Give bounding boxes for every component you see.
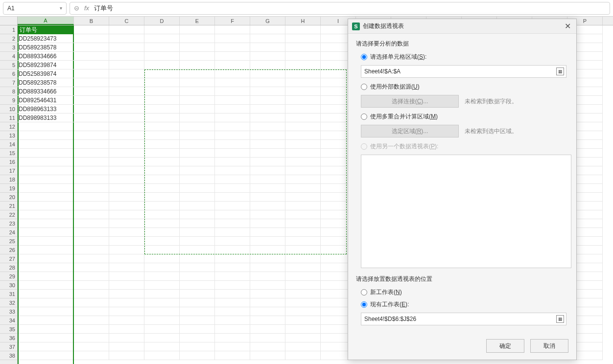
cell[interactable] (250, 158, 285, 166)
cell[interactable] (250, 219, 285, 228)
ok-button[interactable]: 确定 (486, 339, 524, 353)
row-header[interactable]: 30 (0, 281, 17, 290)
select-all-corner[interactable] (0, 17, 17, 25)
cell[interactable] (109, 52, 144, 61)
cell[interactable] (18, 263, 74, 272)
cell[interactable] (180, 25, 215, 34)
cell[interactable] (109, 34, 144, 43)
cell[interactable] (18, 202, 74, 210)
cell[interactable] (18, 342, 74, 351)
cell[interactable] (180, 78, 215, 87)
row-header[interactable]: 5 (0, 61, 17, 69)
cell[interactable] (180, 237, 215, 246)
cell[interactable] (18, 307, 74, 316)
cell[interactable] (180, 52, 215, 61)
row-header[interactable]: 32 (0, 298, 17, 307)
col-header[interactable]: G (250, 17, 285, 25)
cell[interactable] (215, 52, 250, 61)
cell[interactable] (74, 254, 109, 263)
cell[interactable] (180, 175, 215, 184)
col-header[interactable]: D (144, 17, 180, 25)
cell[interactable] (215, 334, 250, 342)
cell[interactable] (109, 87, 144, 96)
cell[interactable] (250, 193, 285, 202)
cell[interactable] (109, 202, 144, 210)
radio-existing-sheet-input[interactable] (361, 301, 367, 308)
row-header[interactable]: 17 (0, 166, 17, 175)
cell[interactable] (74, 166, 109, 175)
cell[interactable] (285, 105, 321, 114)
cell[interactable] (144, 184, 180, 193)
cell[interactable] (250, 131, 285, 140)
cell[interactable] (18, 158, 74, 166)
cell[interactable] (109, 69, 144, 78)
cell[interactable] (18, 334, 74, 342)
cell[interactable] (109, 184, 144, 193)
cell[interactable] (250, 149, 285, 158)
row-header[interactable]: 10 (0, 105, 17, 114)
range-input[interactable]: Sheet4!$A:$A ▦ (361, 65, 566, 78)
cell[interactable] (18, 210, 74, 219)
radio-new-sheet[interactable]: 新工作表(N) (361, 288, 568, 296)
cell[interactable] (109, 334, 144, 342)
cell[interactable] (74, 140, 109, 149)
cell[interactable] (74, 34, 109, 43)
cell[interactable] (144, 290, 180, 298)
cell[interactable] (74, 228, 109, 237)
cell[interactable] (285, 246, 321, 254)
cell[interactable] (285, 158, 321, 166)
cell[interactable] (18, 25, 74, 34)
cell[interactable] (109, 281, 144, 290)
cell[interactable] (215, 281, 250, 290)
cell[interactable] (250, 298, 285, 307)
cell[interactable] (250, 78, 285, 87)
cell[interactable] (144, 334, 180, 342)
cell[interactable] (180, 263, 215, 272)
row-header[interactable]: 38 (0, 351, 17, 360)
cell[interactable] (109, 193, 144, 202)
cell[interactable] (18, 351, 74, 360)
row-header[interactable]: 18 (0, 175, 17, 184)
cell[interactable] (285, 272, 321, 281)
cell[interactable] (250, 237, 285, 246)
cell[interactable] (18, 166, 74, 175)
cell[interactable] (180, 158, 215, 166)
cell[interactable] (215, 69, 250, 78)
cell[interactable] (285, 263, 321, 272)
row-header[interactable]: 12 (0, 122, 17, 131)
cell[interactable] (74, 149, 109, 158)
cell[interactable] (109, 149, 144, 158)
cell[interactable] (250, 246, 285, 254)
cell[interactable] (109, 210, 144, 219)
cell[interactable] (109, 61, 144, 69)
cell[interactable] (74, 69, 109, 78)
row-header[interactable]: 11 (0, 114, 17, 122)
cell[interactable] (285, 131, 321, 140)
cell[interactable] (180, 272, 215, 281)
cell[interactable] (180, 61, 215, 69)
cell[interactable] (180, 307, 215, 316)
cell[interactable] (18, 246, 74, 254)
cell[interactable] (215, 219, 250, 228)
cell[interactable] (18, 149, 74, 158)
col-header[interactable]: A (18, 17, 74, 25)
cell[interactable] (215, 307, 250, 316)
cell[interactable] (109, 351, 144, 360)
cell[interactable] (180, 43, 215, 52)
cell[interactable] (250, 184, 285, 193)
cell[interactable] (215, 87, 250, 96)
cell[interactable] (285, 316, 321, 325)
cell[interactable] (109, 140, 144, 149)
cell[interactable] (250, 25, 285, 34)
cell[interactable] (144, 140, 180, 149)
cell[interactable] (74, 114, 109, 122)
dialog-titlebar[interactable]: S 创建数据透视表 ✕ (348, 19, 576, 34)
cell[interactable] (215, 140, 250, 149)
cell[interactable] (74, 175, 109, 184)
cell[interactable] (215, 351, 250, 360)
cell[interactable] (74, 281, 109, 290)
cell[interactable] (180, 254, 215, 263)
cell[interactable] (74, 210, 109, 219)
cell[interactable] (144, 105, 180, 114)
row-header[interactable]: 35 (0, 325, 17, 334)
